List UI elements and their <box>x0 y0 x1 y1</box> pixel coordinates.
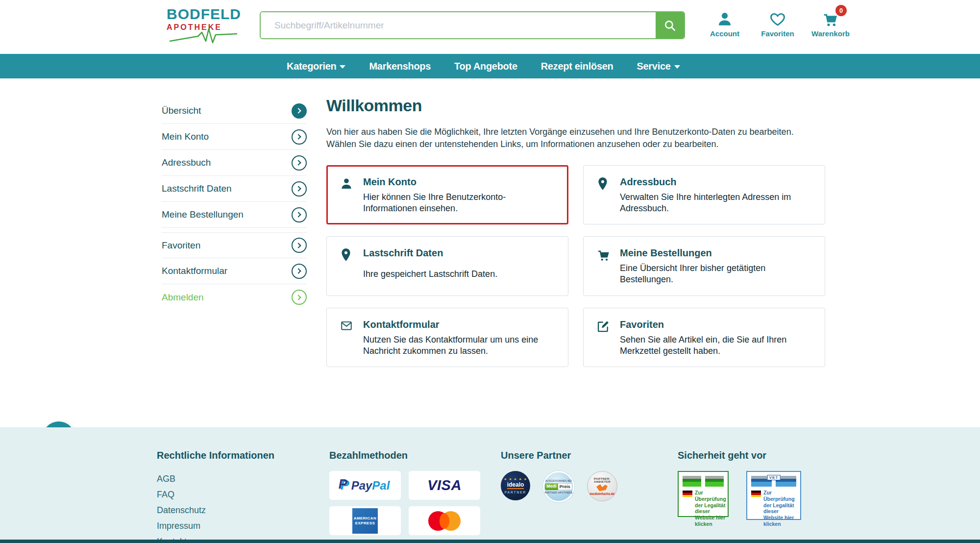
search-button[interactable] <box>656 12 684 38</box>
visa-logo: VISA <box>427 477 462 494</box>
nav-item-kategorien[interactable]: Kategorien <box>287 61 345 72</box>
heart-icon <box>769 9 786 27</box>
card-mein-konto[interactable]: Mein Konto Hier können Sie Ihre Benutzer… <box>326 165 568 224</box>
payment-amex: AMERICAN EXPRESS <box>329 506 401 535</box>
vet-label: VET <box>767 475 781 480</box>
footer-payments-column: Bezahlmethoden P PayPal VISA AMERICAN EX… <box>329 450 480 543</box>
medizinfuchs-partner-badge: PARTNER-ANBIETER medizinfuchs.de <box>587 471 617 501</box>
card-title: Meine Bestellungen <box>620 247 813 259</box>
sidebar-item-label: Kontaktformular <box>162 266 227 276</box>
card-meine-bestellungen[interactable]: Meine Bestellungen Eine Übersicht Ihrer … <box>583 236 825 296</box>
chevron-right-icon <box>292 155 307 171</box>
chevron-right-icon <box>292 290 307 305</box>
cart-count-badge: 0 <box>835 5 847 16</box>
payment-paypal: P PayPal <box>329 471 401 500</box>
idealo-partner-badge: ★ ★ ★ ★ ★ idealo PARTNER <box>501 471 530 500</box>
sidebar-item-mein-konto[interactable]: Mein Konto <box>162 124 307 150</box>
cart-button[interactable]: 0 Warenkorb <box>811 9 850 38</box>
nav-item-top-angebote[interactable]: Top Angebote <box>454 61 517 72</box>
payment-visa: VISA <box>409 471 480 500</box>
search-bar <box>260 11 685 39</box>
map-pin-icon <box>596 176 612 214</box>
card-favoriten[interactable]: Favoriten Sehen Sie alle Artikel ein, di… <box>583 308 825 367</box>
chevron-right-icon <box>292 238 307 253</box>
sidebar-item-label: Meine Bestellungen <box>162 209 244 220</box>
chevron-right-icon <box>292 129 307 145</box>
amex-logo: AMERICAN EXPRESS <box>352 508 378 534</box>
sidebar-item-meine-bestellungen[interactable]: Meine Bestellungen <box>162 202 307 228</box>
paypal-logo: P PayPal <box>341 478 390 493</box>
sidebar-item-kontaktformular[interactable]: Kontaktformular <box>162 258 307 284</box>
eu-pharmacy-logo-blue: VET <box>751 476 796 487</box>
header: BODFELD APOTHEKE Account Favoriten <box>0 0 980 54</box>
nav-item-service[interactable]: Service <box>637 61 680 72</box>
intro-text: Von hier aus haben Sie die Möglichkeit, … <box>326 126 816 150</box>
nav-label: Service <box>637 61 670 72</box>
card-description: Hier können Sie Ihre Benutzerkonto-Infor… <box>363 192 556 214</box>
search-input[interactable] <box>261 12 656 38</box>
cart-icon: 0 <box>821 9 840 27</box>
footer-link-datenschutz[interactable]: Datenschutz <box>157 502 274 518</box>
card-title: Mein Konto <box>363 176 556 188</box>
chevron-right-icon <box>292 103 307 119</box>
nav-item-rezept-einloesen[interactable]: Rezept einlösen <box>541 61 613 72</box>
card-kontaktformular[interactable]: Kontaktformular Nutzen Sie das Kontaktfo… <box>326 308 568 367</box>
nav-label: Kategorien <box>287 61 336 72</box>
german-flag-icon <box>683 491 692 497</box>
payment-methods-grid: P PayPal VISA AMERICAN EXPRESS <box>329 471 480 543</box>
german-flag-icon <box>751 491 761 497</box>
content-area: Übersicht Mein Konto Adressbuch Lastschr… <box>0 78 980 367</box>
card-lastschrift-daten[interactable]: Lastschrift Daten Ihre gespeichert Lasts… <box>326 236 568 296</box>
card-title: Favoriten <box>620 319 813 330</box>
sidebar-item-favoriten[interactable]: Favoriten <box>162 232 307 258</box>
fox-icon <box>596 484 609 492</box>
page-title: Willkommen <box>326 96 831 115</box>
card-description: Verwalten Sie Ihre hinterlegten Adressen… <box>620 192 813 214</box>
envelope-icon <box>340 319 355 357</box>
main-navigation: Kategorien Markenshops Top Angebote Reze… <box>0 54 980 78</box>
paypal-icon: P <box>341 478 349 493</box>
chevron-down-icon <box>674 65 680 69</box>
account-sidebar: Übersicht Mein Konto Adressbuch Lastschr… <box>162 98 307 367</box>
legality-seal-green[interactable]: Zur Überprüfung der Legalität dieser Web… <box>678 471 729 517</box>
sidebar-item-label: Favoriten <box>162 240 200 251</box>
sidebar-item-abmelden[interactable]: Abmelden <box>162 284 307 310</box>
main-panel: Willkommen Von hier aus haben Sie die Mö… <box>326 96 831 367</box>
edit-icon <box>596 319 612 357</box>
footer-partners-column: Unsere Partner ★ ★ ★ ★ ★ idealo PARTNER … <box>501 450 617 502</box>
logo[interactable]: BODFELD APOTHEKE <box>167 6 245 45</box>
sidebar-item-label: Abmelden <box>162 292 204 303</box>
sidebar-item-uebersicht[interactable]: Übersicht <box>162 98 307 124</box>
footer-heading-security: Sicherheit geht vor <box>678 450 801 461</box>
sidebar-item-lastschrift-daten[interactable]: Lastschrift Daten <box>162 176 307 202</box>
account-button[interactable]: Account <box>706 9 744 38</box>
sidebar-item-label: Mein Konto <box>162 131 209 142</box>
nav-item-markenshops[interactable]: Markenshops <box>369 61 431 72</box>
card-adressbuch[interactable]: Adressbuch Verwalten Sie Ihre hinterlegt… <box>583 165 825 224</box>
favorites-label: Favoriten <box>761 29 794 38</box>
account-cards-grid: Mein Konto Hier können Sie Ihre Benutzer… <box>326 165 831 367</box>
footer-link-agb[interactable]: AGB <box>157 471 274 487</box>
card-title: Kontaktformular <box>363 319 556 330</box>
footer-link-faq[interactable]: FAQ <box>157 487 274 502</box>
chevron-right-icon <box>292 207 307 222</box>
footer-link-impressum[interactable]: Impressum <box>157 518 274 534</box>
sidebar-item-label: Übersicht <box>162 105 201 116</box>
card-title: Lastschrift Daten <box>363 247 556 265</box>
nav-label: Markenshops <box>369 61 431 72</box>
cart-label: Warenkorb <box>811 29 850 38</box>
partner-badges: ★ ★ ★ ★ ★ idealo PARTNER AUSGENOMMEN BEI… <box>501 471 617 502</box>
logo-text-bodfeld: BODFELD <box>167 6 245 23</box>
footer-legal-column: Rechtliche Informationen AGB FAQ Datensc… <box>157 450 274 543</box>
cart-icon <box>596 247 612 285</box>
card-description: Nutzen Sie das Kontaktformular um uns ei… <box>363 334 556 357</box>
favorites-button[interactable]: Favoriten <box>759 9 797 38</box>
person-icon <box>340 176 355 214</box>
chevron-right-icon <box>292 264 307 279</box>
eu-pharmacy-logo-green <box>683 476 724 487</box>
legality-seal-vet-blue[interactable]: VET Zur Überprüfung der Legalität dieser… <box>746 471 801 520</box>
map-pin-icon <box>340 247 355 285</box>
medipreis-partner-badge: AUSGENOMMEN BEI Medi Preis PARTNER-APOTH… <box>543 471 574 502</box>
sidebar-item-adressbuch[interactable]: Adressbuch <box>162 150 307 176</box>
card-description: Ihre gespeichert Lastschrift Daten. <box>363 269 556 286</box>
